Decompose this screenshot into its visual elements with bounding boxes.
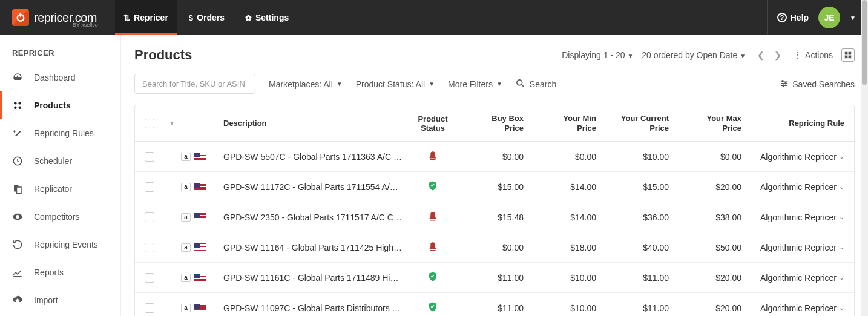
copy-icon bbox=[12, 183, 23, 194]
user-menu-caret-icon[interactable]: ▼ bbox=[850, 15, 856, 21]
sidebar-item-label: Dashboard bbox=[34, 73, 76, 82]
sidebar-item-scheduler[interactable]: Scheduler bbox=[0, 147, 120, 175]
sort-icon: ⇅ bbox=[123, 13, 130, 22]
sidebar-item-reports[interactable]: Reports bbox=[0, 258, 120, 286]
th-your-max[interactable]: Your MaxPrice bbox=[675, 114, 748, 133]
search-button[interactable]: Search bbox=[516, 79, 556, 90]
sidebar-item-import[interactable]: Import bbox=[0, 286, 120, 314]
saved-searches-link[interactable]: Saved Searches bbox=[780, 79, 855, 90]
row-repricing-rule[interactable]: Algorithmic Repricer⌄ bbox=[748, 243, 844, 252]
select-all-checkbox[interactable] bbox=[145, 119, 154, 128]
sidebar-item-products[interactable]: Products bbox=[0, 91, 120, 119]
table-row[interactable]: aGPD-SW 11161C - Global Parts 1711489 Hi… bbox=[135, 263, 854, 293]
row-repricing-rule[interactable]: Algorithmic Repricer⌄ bbox=[748, 212, 844, 222]
sidebar-item-dashboard[interactable]: Dashboard bbox=[0, 64, 120, 91]
order-info[interactable]: 20 ordered by Open Date ▼ bbox=[642, 50, 746, 60]
pager-next-icon[interactable]: ❯ bbox=[771, 48, 784, 62]
flag-us-icon bbox=[194, 274, 206, 282]
row-repricing-rule[interactable]: Algorithmic Repricer⌄ bbox=[748, 152, 844, 162]
row-checkbox[interactable] bbox=[145, 212, 154, 222]
sidebar-item-repricing-events[interactable]: Repricing Events bbox=[0, 231, 120, 258]
row-max-price: $20.00 bbox=[675, 303, 748, 313]
svg-rect-10 bbox=[849, 56, 852, 59]
marketplace-badge: a bbox=[181, 243, 191, 252]
more-filters[interactable]: More Filters ▼ bbox=[448, 79, 502, 89]
svg-point-11 bbox=[517, 79, 522, 85]
row-repricing-rule[interactable]: Algorithmic Repricer⌄ bbox=[748, 303, 844, 313]
row-checkbox[interactable] bbox=[145, 303, 154, 313]
caret-down-icon: ▼ bbox=[337, 81, 343, 87]
sort-caret-icon[interactable]: ▼ bbox=[169, 120, 175, 127]
row-repricing-rule[interactable]: Algorithmic Repricer⌄ bbox=[748, 182, 844, 192]
row-current-price: $11.00 bbox=[602, 273, 675, 283]
row-min-price: $14.00 bbox=[530, 212, 602, 222]
pager-prev-icon[interactable]: ❮ bbox=[754, 48, 768, 62]
gear-icon: ✿ bbox=[245, 13, 252, 22]
table-row[interactable]: aGPD-SW 2350 - Global Parts 1711517 A/C … bbox=[135, 202, 854, 232]
row-max-price: $38.00 bbox=[675, 212, 748, 222]
svg-point-0 bbox=[14, 102, 17, 105]
table-row[interactable]: aGPD-SW 11172C - Global Parts 1711554 A/… bbox=[135, 172, 854, 202]
th-buy-box[interactable]: Buy BoxPrice bbox=[457, 114, 530, 133]
nav-repricer[interactable]: ⇅ Repricer bbox=[115, 0, 177, 35]
svg-point-1 bbox=[19, 102, 22, 105]
row-checkbox[interactable] bbox=[145, 152, 154, 162]
marketplace-badge: a bbox=[181, 153, 191, 161]
th-your-min[interactable]: Your MinPrice bbox=[530, 114, 602, 133]
nav-right: ? Help JE ▼ bbox=[767, 0, 856, 35]
grid-view-toggle[interactable] bbox=[841, 48, 855, 62]
row-description: GPD-SW 11172C - Global Parts 1711554 A/C… bbox=[223, 182, 403, 192]
sidebar-item-label: Repricing Events bbox=[34, 240, 98, 249]
svg-point-13 bbox=[785, 82, 787, 84]
result-info[interactable]: Displaying 1 - 20 ▼ bbox=[562, 50, 633, 60]
vertical-scrollbar[interactable] bbox=[861, 0, 868, 316]
row-checkbox[interactable] bbox=[145, 273, 154, 283]
status-alert-icon bbox=[427, 211, 438, 222]
sidebar-item-replicator[interactable]: Replicator bbox=[0, 175, 120, 203]
table-row[interactable]: aGPD-SW 11164 - Global Parts 1711425 Hig… bbox=[135, 232, 854, 263]
row-buy-box-price: $11.00 bbox=[457, 273, 530, 283]
nav-settings[interactable]: ✿ Settings bbox=[237, 0, 297, 35]
row-buy-box-price: $15.48 bbox=[457, 212, 530, 222]
avatar[interactable]: JE bbox=[818, 7, 840, 28]
row-min-price: $0.00 bbox=[530, 152, 602, 162]
scrollbar-thumb[interactable] bbox=[862, 0, 867, 85]
caret-down-icon: ▼ bbox=[429, 81, 435, 87]
th-repricing-rule[interactable]: Repricing Rule bbox=[748, 119, 844, 128]
sidebar: REPRICER Dashboard Products Repricing Ru… bbox=[0, 35, 121, 316]
row-checkbox[interactable] bbox=[145, 243, 154, 252]
marketplace-badge: a bbox=[181, 304, 191, 312]
th-your-current[interactable]: Your CurrentPrice bbox=[602, 114, 675, 133]
row-repricing-rule[interactable]: Algorithmic Repricer⌄ bbox=[748, 273, 844, 283]
help-link[interactable]: ? Help bbox=[777, 13, 809, 22]
cloud-upload-icon bbox=[12, 295, 23, 306]
row-checkbox[interactable] bbox=[145, 182, 154, 192]
row-description: GPD-SW 11164 - Global Parts 1711425 High… bbox=[223, 243, 403, 252]
sidebar-item-label: Import bbox=[34, 295, 58, 305]
caret-down-icon: ▼ bbox=[496, 81, 502, 87]
th-product-status[interactable]: ProductStatus bbox=[409, 114, 457, 133]
flag-us-icon bbox=[194, 243, 206, 252]
table-row[interactable]: aGPD-SW 11097C - Global Parts Distributo… bbox=[135, 293, 854, 316]
marketplaces-filter[interactable]: Marketplaces: All ▼ bbox=[269, 79, 343, 89]
caret-down-icon: ▼ bbox=[627, 53, 633, 59]
row-description: GPD-SW 5507C - Global Parts 1711363 A/C … bbox=[223, 152, 403, 162]
row-buy-box-price: $11.00 bbox=[457, 303, 530, 313]
sidebar-item-competitors[interactable]: Competitors bbox=[0, 203, 120, 231]
flag-us-icon bbox=[194, 213, 206, 222]
help-icon: ? bbox=[777, 13, 787, 22]
status-ok-icon bbox=[427, 180, 438, 191]
th-description[interactable]: Description bbox=[223, 119, 409, 128]
product-status-filter[interactable]: Product Status: All ▼ bbox=[356, 79, 435, 89]
sidebar-item-repricing-rules[interactable]: Repricing Rules bbox=[0, 119, 120, 147]
actions-button[interactable]: ⋮ Actions bbox=[793, 50, 833, 60]
svg-point-12 bbox=[782, 80, 784, 82]
sidebar-item-label: Repricing Rules bbox=[34, 128, 94, 138]
table-row[interactable]: aGPD-SW 5507C - Global Parts 1711363 A/C… bbox=[135, 142, 854, 172]
table-body: aGPD-SW 5507C - Global Parts 1711363 A/C… bbox=[135, 142, 854, 316]
marketplace-badge: a bbox=[181, 183, 191, 191]
nav-orders[interactable]: $ Orders bbox=[180, 0, 233, 35]
search-input[interactable] bbox=[134, 74, 255, 94]
svg-point-3 bbox=[19, 107, 22, 110]
main-content: Products Displaying 1 - 20 ▼ 20 ordered … bbox=[121, 35, 868, 316]
